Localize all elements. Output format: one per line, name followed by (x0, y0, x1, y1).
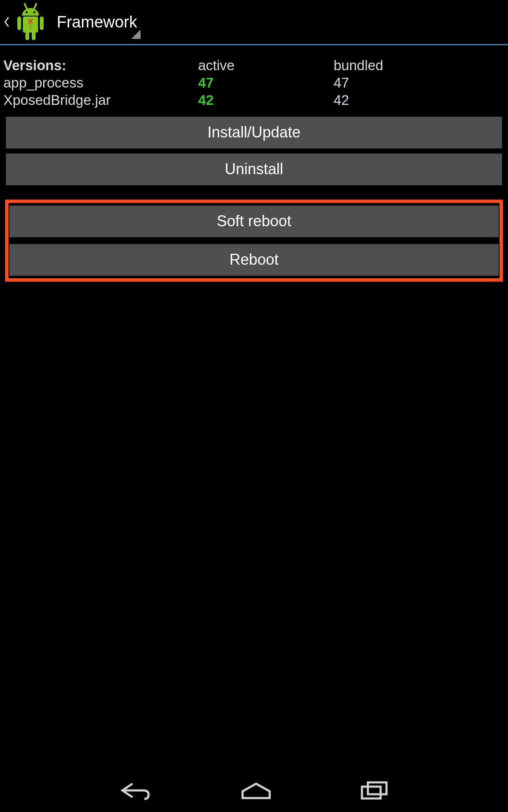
versions-row-name: XposedBridge.jar (3, 93, 198, 108)
install-update-button[interactable]: Install/Update (6, 117, 502, 148)
nav-recent-icon[interactable] (360, 781, 388, 802)
svg-point-3 (33, 11, 36, 14)
versions-row-name: app_process (3, 75, 198, 91)
svg-rect-5 (17, 16, 21, 30)
svg-rect-12 (362, 787, 381, 798)
dropdown-indicator-icon[interactable] (131, 30, 141, 39)
nav-home-icon[interactable] (241, 781, 271, 801)
main-content: Versions: active bundled app_process 47 … (0, 45, 508, 771)
reboot-highlight-group: Soft reboot Reboot (5, 200, 503, 282)
soft-reboot-button[interactable]: Soft reboot (9, 206, 499, 237)
uninstall-button[interactable]: Uninstall (6, 154, 502, 185)
svg-rect-8 (32, 32, 36, 40)
versions-row-active: 47 (198, 75, 334, 91)
versions-table: Versions: active bundled app_process 47 … (3, 58, 505, 117)
versions-title: Versions: (3, 58, 198, 74)
svg-rect-7 (25, 32, 29, 40)
reboot-button[interactable]: Reboot (9, 244, 499, 276)
svg-line-0 (25, 4, 27, 9)
versions-row-active: 42 (198, 93, 334, 108)
versions-col-bundled: bundled (334, 58, 505, 74)
navigation-bar (0, 771, 508, 812)
page-title[interactable]: Framework (57, 13, 137, 31)
versions-row-bundled: 47 (334, 75, 505, 91)
svg-rect-13 (368, 782, 387, 794)
nav-back-icon[interactable] (120, 780, 152, 802)
versions-row-bundled: 42 (334, 93, 505, 108)
app-icon[interactable] (13, 2, 48, 42)
svg-rect-4 (23, 16, 38, 33)
back-caret-icon[interactable] (3, 12, 10, 32)
svg-point-2 (26, 11, 28, 14)
versions-col-active: active (198, 58, 334, 74)
svg-rect-6 (40, 16, 44, 30)
group-spacer (8, 237, 500, 244)
svg-line-1 (34, 4, 36, 9)
